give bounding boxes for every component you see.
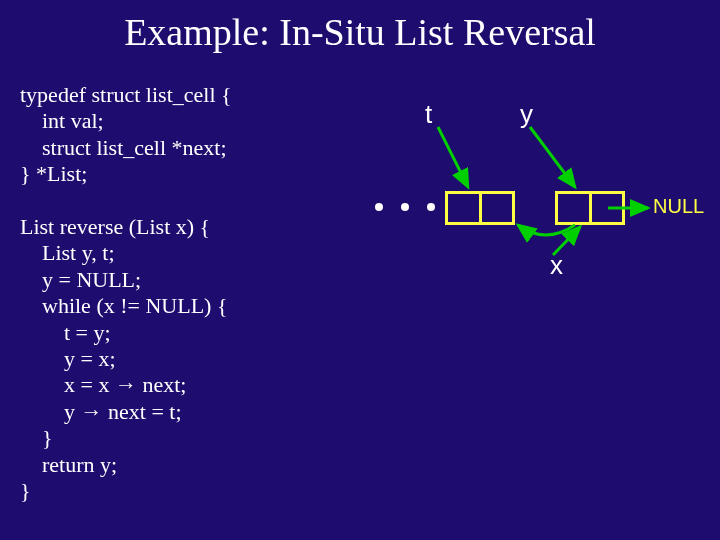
diagram: t y x [370,95,710,335]
slide: Example: In-Situ List Reversal typedef s… [0,0,720,540]
arrow-to-null [370,95,710,245]
null-label: NULL [653,195,704,218]
code-typedef: typedef struct list_cell { int val; stru… [20,82,232,188]
slide-title: Example: In-Situ List Reversal [0,10,720,54]
code-reverse: List reverse (List x) { List y, t; y = N… [20,214,227,504]
